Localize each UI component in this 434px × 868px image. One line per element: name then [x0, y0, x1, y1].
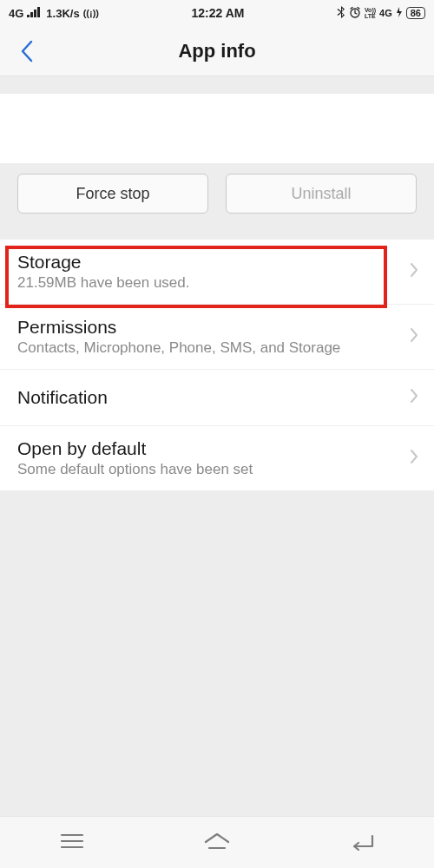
network-speed-label: 1.3K/s [46, 7, 79, 20]
hotspot-icon: ((¡)) [83, 8, 99, 18]
net-4g-label: 4G [379, 8, 392, 18]
item-subtitle: 21.59MB have been used. [17, 274, 417, 292]
chevron-right-icon [410, 388, 418, 407]
list-item-notification[interactable]: Notification [0, 370, 434, 426]
chevron-right-icon [410, 262, 418, 281]
lte-label: LTE [365, 13, 376, 19]
menu-icon [57, 832, 87, 851]
svg-rect-2 [34, 10, 36, 17]
list-item-open-by-default[interactable]: Open by default Some default options hav… [0, 426, 434, 490]
svg-rect-0 [27, 15, 30, 17]
app-identity-card [0, 94, 434, 163]
force-stop-button[interactable]: Force stop [17, 174, 208, 214]
nav-home-button[interactable] [202, 832, 232, 854]
home-icon [202, 832, 232, 851]
action-row: Force stop Uninstall [0, 163, 434, 229]
nav-recents-button[interactable] [57, 832, 87, 854]
nav-back-button[interactable] [347, 832, 377, 854]
chevron-right-icon [410, 327, 418, 346]
item-title: Notification [17, 387, 417, 408]
svg-rect-3 [37, 7, 40, 17]
back-icon [347, 832, 377, 851]
network-type-label: 4G [9, 7, 23, 20]
volte-label: Vo)) [365, 7, 376, 13]
uninstall-button[interactable]: Uninstall [226, 174, 417, 214]
charging-icon [396, 7, 403, 20]
chevron-left-icon [19, 40, 35, 62]
alarm-icon [349, 6, 361, 21]
status-right: Vo)) LTE 4G 86 [337, 6, 425, 21]
battery-level: 86 [406, 7, 425, 19]
list-item-permissions[interactable]: Permissions Contacts, Microphone, Phone,… [0, 305, 434, 370]
item-title: Storage [17, 252, 417, 273]
list-item-storage[interactable]: Storage 21.59MB have been used. [0, 240, 434, 305]
chevron-right-icon [410, 449, 418, 468]
item-subtitle: Contacts, Microphone, Phone, SMS, and St… [17, 339, 417, 357]
status-left: 4G 1.3K/s ((¡)) [9, 7, 99, 20]
system-nav-bar [0, 816, 434, 868]
settings-list: Storage 21.59MB have been used. Permissi… [0, 240, 434, 490]
item-title: Open by default [17, 438, 417, 459]
svg-rect-1 [30, 12, 33, 17]
clock-label: 12:22 AM [192, 6, 245, 20]
back-button[interactable] [14, 38, 40, 64]
signal-bars-icon [27, 7, 43, 20]
bluetooth-icon [337, 6, 345, 21]
app-header: App info [0, 26, 434, 76]
page-title: App info [0, 40, 434, 62]
status-bar: 4G 1.3K/s ((¡)) 12:22 AM Vo)) LTE 4G 86 [0, 0, 434, 26]
item-title: Permissions [17, 317, 417, 338]
item-subtitle: Some default options have been set [17, 461, 417, 478]
